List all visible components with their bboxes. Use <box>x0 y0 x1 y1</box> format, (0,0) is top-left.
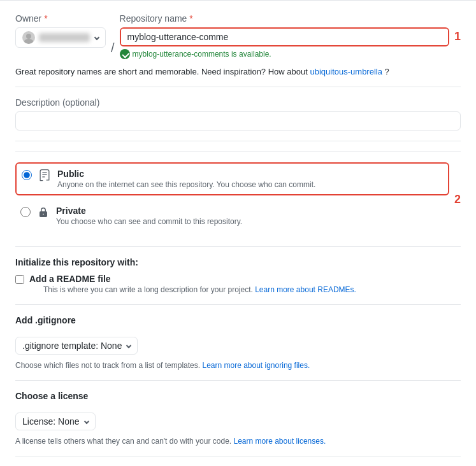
license-section: Choose a license License: None A license… <box>15 380 461 446</box>
check-icon <box>120 49 130 59</box>
gitignore-section: Add .gitignore .gitignore template: None… <box>15 304 461 370</box>
gitignore-dropdown-label: .gitignore template: None <box>22 341 122 351</box>
license-dropdown[interactable]: License: None <box>15 413 96 430</box>
private-content: Private You choose who can see and commi… <box>56 206 242 226</box>
gitignore-chevron-icon <box>126 343 131 348</box>
suggestion-link[interactable]: ubiquitous-umbrella <box>310 67 382 76</box>
license-link[interactable]: Learn more about licenses. <box>234 437 326 446</box>
gitignore-helper: Choose which files not to track from a l… <box>15 361 461 370</box>
owner-label: Owner * <box>15 13 106 24</box>
step-number-2: 2 <box>454 193 461 206</box>
public-desc: Anyone on the internet can see this repo… <box>57 180 315 189</box>
svg-point-0 <box>26 34 31 39</box>
public-content: Public Anyone on the internet can see th… <box>57 169 315 189</box>
repo-name-input-wrapper <box>120 27 449 46</box>
private-title: Private <box>56 206 242 216</box>
owner-name-blur <box>39 33 90 42</box>
readme-row: Add a README file This is where you can … <box>15 274 461 294</box>
step-number-1: 1 <box>454 27 461 43</box>
gitignore-link[interactable]: Learn more about ignoring files. <box>202 361 310 370</box>
description-label: Description (optional) <box>15 97 461 108</box>
owner-avatar <box>22 31 35 44</box>
readme-label: Add a README file <box>29 274 356 284</box>
info-section: i You are creating a public repository i… <box>15 456 461 466</box>
visibility-section: Public Anyone on the internet can see th… <box>15 152 461 236</box>
availability-message: myblog-utterance-comments is available. <box>120 49 449 59</box>
owner-repo-row: Owner * / Repository name * <box>15 13 461 59</box>
readme-helper: This is where you can write a long descr… <box>43 285 356 294</box>
public-icon <box>38 169 51 182</box>
repo-name-input[interactable] <box>121 29 448 45</box>
private-icon <box>37 206 50 219</box>
private-option[interactable]: Private You choose who can see and commi… <box>15 201 449 231</box>
gitignore-dropdown[interactable]: .gitignore template: None <box>15 337 138 355</box>
description-input[interactable] <box>15 111 461 131</box>
init-section: Initialize this repository with: Add a R… <box>15 246 461 294</box>
license-chevron-icon <box>83 419 89 424</box>
init-title: Initialize this repository with: <box>15 257 461 267</box>
svg-point-1 <box>24 39 33 44</box>
chevron-down-icon <box>94 35 99 40</box>
public-option[interactable]: Public Anyone on the internet can see th… <box>15 162 449 195</box>
license-helper: A license tells others what they can and… <box>15 437 461 446</box>
inspiration-text: Great repository names are short and mem… <box>15 67 461 76</box>
owner-dropdown[interactable] <box>15 27 106 48</box>
description-section: Description (optional) <box>15 97 461 131</box>
repo-name-group: Repository name * myblog-utterance-comme… <box>120 13 461 59</box>
private-desc: You choose who can see and commit to thi… <box>56 217 242 226</box>
divider-2 <box>15 141 461 141</box>
readme-link[interactable]: Learn more about READMEs. <box>255 285 356 294</box>
license-label: Choose a license <box>15 391 461 401</box>
private-radio[interactable] <box>20 207 31 217</box>
public-radio[interactable] <box>22 170 32 180</box>
repo-name-label: Repository name * <box>120 13 461 24</box>
owner-group: Owner * <box>15 13 106 48</box>
gitignore-label: Add .gitignore <box>15 315 461 325</box>
slash-separator: / <box>111 41 115 59</box>
public-title: Public <box>57 169 315 179</box>
divider-1 <box>15 87 461 87</box>
readme-checkbox[interactable] <box>15 275 24 284</box>
license-dropdown-label: License: None <box>22 416 80 427</box>
page-container: Owner * / Repository name * <box>0 0 476 466</box>
